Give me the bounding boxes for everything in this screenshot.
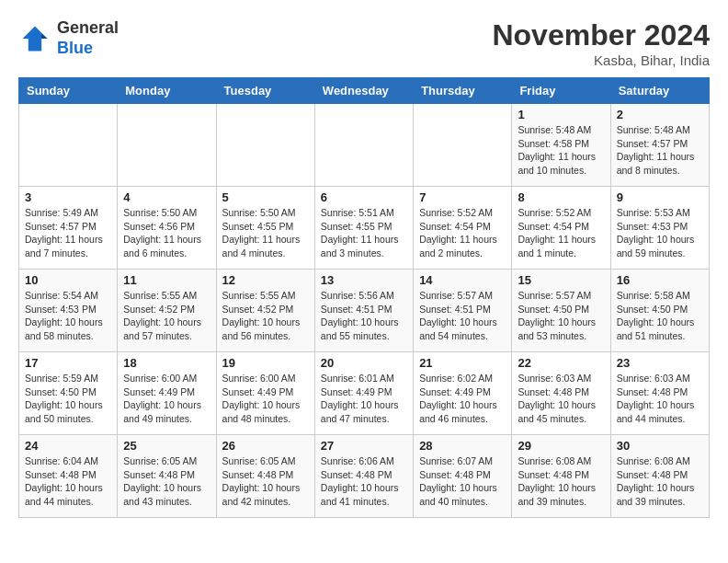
day-number: 30 <box>617 439 703 453</box>
day-cell: 14Sunrise: 5:57 AM Sunset: 4:51 PM Dayli… <box>414 270 512 352</box>
day-number: 22 <box>518 356 604 370</box>
week-row-2: 3Sunrise: 5:49 AM Sunset: 4:57 PM Daylig… <box>19 187 710 270</box>
day-number: 10 <box>25 273 111 287</box>
day-info: Sunrise: 5:55 AM Sunset: 4:52 PM Dayligh… <box>123 289 210 343</box>
day-info: Sunrise: 5:48 AM Sunset: 4:57 PM Dayligh… <box>617 123 703 178</box>
day-info: Sunrise: 5:55 AM Sunset: 4:52 PM Dayligh… <box>222 289 309 343</box>
day-info: Sunrise: 6:00 AM Sunset: 4:49 PM Dayligh… <box>123 372 210 426</box>
day-cell: 10Sunrise: 5:54 AM Sunset: 4:53 PM Dayli… <box>19 270 118 352</box>
day-number: 17 <box>25 356 111 370</box>
day-cell: 23Sunrise: 6:03 AM Sunset: 4:48 PM Dayli… <box>610 352 709 435</box>
day-number: 1 <box>518 108 604 121</box>
day-cell <box>314 104 413 187</box>
calendar-table: SundayMondayTuesdayWednesdayThursdayFrid… <box>18 77 710 518</box>
logo-blue: Blue <box>57 39 93 57</box>
day-number: 8 <box>518 190 604 204</box>
day-number: 6 <box>321 190 407 204</box>
day-number: 23 <box>617 356 703 370</box>
day-cell: 17Sunrise: 5:59 AM Sunset: 4:50 PM Dayli… <box>19 352 118 435</box>
day-number: 28 <box>419 439 506 453</box>
day-number: 20 <box>321 356 407 370</box>
week-row-5: 24Sunrise: 6:04 AM Sunset: 4:48 PM Dayli… <box>19 435 710 518</box>
day-number: 29 <box>518 439 604 453</box>
day-number: 26 <box>222 439 309 453</box>
day-info: Sunrise: 5:57 AM Sunset: 4:51 PM Dayligh… <box>419 289 506 343</box>
day-number: 12 <box>222 273 309 287</box>
day-cell <box>118 104 216 187</box>
day-cell: 28Sunrise: 6:07 AM Sunset: 4:48 PM Dayli… <box>414 435 512 518</box>
day-info: Sunrise: 5:52 AM Sunset: 4:54 PM Dayligh… <box>518 206 604 260</box>
day-number: 7 <box>419 190 506 204</box>
day-cell: 9Sunrise: 5:53 AM Sunset: 4:53 PM Daylig… <box>610 187 709 270</box>
day-info: Sunrise: 6:07 AM Sunset: 4:48 PM Dayligh… <box>419 454 506 509</box>
col-header-friday: Friday <box>512 78 610 104</box>
day-cell: 12Sunrise: 5:55 AM Sunset: 4:52 PM Dayli… <box>216 270 314 352</box>
day-cell: 11Sunrise: 5:55 AM Sunset: 4:52 PM Dayli… <box>118 270 216 352</box>
day-cell: 29Sunrise: 6:08 AM Sunset: 4:48 PM Dayli… <box>512 435 610 518</box>
col-header-wednesday: Wednesday <box>314 78 413 104</box>
week-row-3: 10Sunrise: 5:54 AM Sunset: 4:53 PM Dayli… <box>19 270 710 352</box>
day-cell: 18Sunrise: 6:00 AM Sunset: 4:49 PM Dayli… <box>118 352 216 435</box>
day-cell: 6Sunrise: 5:51 AM Sunset: 4:55 PM Daylig… <box>314 187 413 270</box>
day-info: Sunrise: 5:52 AM Sunset: 4:54 PM Dayligh… <box>419 206 506 260</box>
day-info: Sunrise: 5:50 AM Sunset: 4:56 PM Dayligh… <box>123 206 210 260</box>
day-number: 21 <box>419 356 506 370</box>
day-cell: 22Sunrise: 6:03 AM Sunset: 4:48 PM Dayli… <box>512 352 610 435</box>
day-cell: 30Sunrise: 6:08 AM Sunset: 4:48 PM Dayli… <box>610 435 709 518</box>
day-number: 15 <box>518 273 604 287</box>
day-cell: 24Sunrise: 6:04 AM Sunset: 4:48 PM Dayli… <box>19 435 118 518</box>
day-cell: 15Sunrise: 5:57 AM Sunset: 4:50 PM Dayli… <box>512 270 610 352</box>
day-number: 4 <box>123 190 210 204</box>
header: General Blue November 2024 Kasba, Bihar,… <box>18 18 710 68</box>
day-cell: 19Sunrise: 6:00 AM Sunset: 4:49 PM Dayli… <box>216 352 314 435</box>
day-cell: 1Sunrise: 5:48 AM Sunset: 4:58 PM Daylig… <box>512 104 610 187</box>
col-header-monday: Monday <box>118 78 216 104</box>
day-info: Sunrise: 6:00 AM Sunset: 4:49 PM Dayligh… <box>222 372 309 426</box>
day-info: Sunrise: 5:58 AM Sunset: 4:50 PM Dayligh… <box>617 289 703 343</box>
day-number: 16 <box>617 273 703 287</box>
day-number: 19 <box>222 356 309 370</box>
day-info: Sunrise: 5:54 AM Sunset: 4:53 PM Dayligh… <box>25 289 111 343</box>
day-number: 14 <box>419 273 506 287</box>
day-cell: 13Sunrise: 5:56 AM Sunset: 4:51 PM Dayli… <box>314 270 413 352</box>
day-number: 3 <box>25 190 111 204</box>
day-cell: 20Sunrise: 6:01 AM Sunset: 4:49 PM Dayli… <box>314 352 413 435</box>
day-info: Sunrise: 6:03 AM Sunset: 4:48 PM Dayligh… <box>617 372 703 426</box>
day-cell: 7Sunrise: 5:52 AM Sunset: 4:54 PM Daylig… <box>414 187 512 270</box>
day-cell <box>19 104 118 187</box>
day-number: 2 <box>617 108 703 121</box>
day-number: 11 <box>123 273 210 287</box>
week-row-1: 1Sunrise: 5:48 AM Sunset: 4:58 PM Daylig… <box>19 104 710 187</box>
day-number: 9 <box>617 190 703 204</box>
day-cell: 3Sunrise: 5:49 AM Sunset: 4:57 PM Daylig… <box>19 187 118 270</box>
day-cell: 25Sunrise: 6:05 AM Sunset: 4:48 PM Dayli… <box>118 435 216 518</box>
day-cell: 16Sunrise: 5:58 AM Sunset: 4:50 PM Dayli… <box>610 270 709 352</box>
day-info: Sunrise: 5:56 AM Sunset: 4:51 PM Dayligh… <box>321 289 407 343</box>
logo-icon <box>18 22 51 55</box>
month-title: November 2024 <box>492 18 710 52</box>
day-number: 25 <box>123 439 210 453</box>
day-info: Sunrise: 6:04 AM Sunset: 4:48 PM Dayligh… <box>25 454 111 509</box>
day-cell: 8Sunrise: 5:52 AM Sunset: 4:54 PM Daylig… <box>512 187 610 270</box>
day-number: 18 <box>123 356 210 370</box>
day-cell: 26Sunrise: 6:05 AM Sunset: 4:48 PM Dayli… <box>216 435 314 518</box>
day-number: 24 <box>25 439 111 453</box>
logo-general: General <box>57 18 119 37</box>
day-cell: 27Sunrise: 6:06 AM Sunset: 4:48 PM Dayli… <box>314 435 413 518</box>
day-cell: 4Sunrise: 5:50 AM Sunset: 4:56 PM Daylig… <box>118 187 216 270</box>
day-info: Sunrise: 6:01 AM Sunset: 4:49 PM Dayligh… <box>321 372 407 426</box>
day-info: Sunrise: 5:59 AM Sunset: 4:50 PM Dayligh… <box>25 372 111 426</box>
col-header-thursday: Thursday <box>414 78 512 104</box>
day-cell <box>216 104 314 187</box>
day-cell: 21Sunrise: 6:02 AM Sunset: 4:49 PM Dayli… <box>414 352 512 435</box>
day-number: 13 <box>321 273 407 287</box>
day-info: Sunrise: 6:06 AM Sunset: 4:48 PM Dayligh… <box>321 454 407 509</box>
day-cell: 2Sunrise: 5:48 AM Sunset: 4:57 PM Daylig… <box>610 104 709 187</box>
col-header-sunday: Sunday <box>19 78 118 104</box>
day-info: Sunrise: 6:08 AM Sunset: 4:48 PM Dayligh… <box>617 454 703 509</box>
day-info: Sunrise: 6:05 AM Sunset: 4:48 PM Dayligh… <box>123 454 210 509</box>
subtitle: Kasba, Bihar, India <box>492 52 710 68</box>
day-info: Sunrise: 6:05 AM Sunset: 4:48 PM Dayligh… <box>222 454 309 509</box>
day-info: Sunrise: 5:50 AM Sunset: 4:55 PM Dayligh… <box>222 206 309 260</box>
logo: General Blue <box>18 18 119 58</box>
